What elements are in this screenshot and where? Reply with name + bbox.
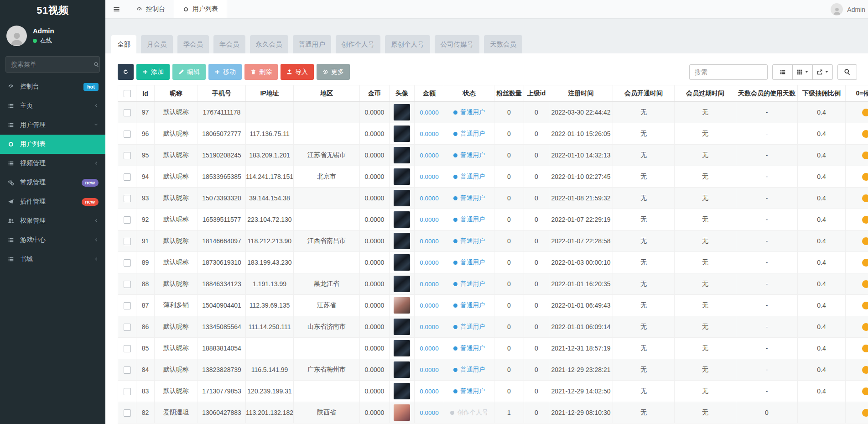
column-header[interactable]: 上级id bbox=[524, 85, 549, 102]
status-badge[interactable]: 普通用户 bbox=[453, 237, 485, 245]
row-checkbox[interactable] bbox=[124, 109, 131, 116]
row-checkbox[interactable] bbox=[124, 345, 131, 352]
row-checkbox[interactable] bbox=[124, 152, 131, 159]
user-avatar-image[interactable] bbox=[394, 211, 410, 228]
filter-tab-创作个人号[interactable]: 创作个人号 bbox=[336, 35, 381, 53]
filter-tab-普通用户[interactable]: 普通用户 bbox=[293, 35, 331, 53]
status-badge[interactable]: 普通用户 bbox=[453, 194, 485, 202]
amount-link[interactable]: 0.0000 bbox=[420, 409, 438, 416]
amount-link[interactable]: 0.0000 bbox=[420, 345, 438, 352]
user-avatar-image[interactable] bbox=[394, 104, 410, 120]
sidebar-item-视频管理[interactable]: 视频管理 bbox=[0, 154, 105, 173]
user-avatar-image[interactable] bbox=[394, 340, 410, 356]
row-checkbox[interactable] bbox=[124, 259, 131, 267]
amount-link[interactable]: 0.0000 bbox=[420, 302, 438, 309]
amount-link[interactable]: 0.0000 bbox=[420, 195, 438, 202]
search-button[interactable] bbox=[837, 64, 857, 80]
filter-tab-季会员[interactable]: 季会员 bbox=[177, 35, 209, 53]
status-badge[interactable]: 普通用户 bbox=[453, 108, 485, 116]
status-toggle[interactable] bbox=[862, 259, 868, 267]
status-toggle[interactable] bbox=[862, 130, 868, 138]
row-checkbox[interactable] bbox=[124, 131, 131, 138]
status-toggle[interactable] bbox=[862, 194, 868, 202]
row-checkbox[interactable] bbox=[124, 238, 131, 245]
status-toggle[interactable] bbox=[862, 216, 868, 224]
sidebar-item-控制台[interactable]: 控制台hot bbox=[0, 77, 105, 96]
move-button[interactable]: 移动 bbox=[208, 64, 242, 80]
amount-link[interactable]: 0.0000 bbox=[420, 388, 438, 395]
user-avatar-image[interactable] bbox=[394, 126, 410, 142]
amount-link[interactable]: 0.0000 bbox=[420, 366, 438, 373]
edit-button[interactable]: 编辑 bbox=[172, 64, 206, 80]
status-toggle[interactable] bbox=[862, 323, 868, 331]
column-header[interactable]: IP地址 bbox=[246, 85, 294, 102]
filter-tab-原创个人号[interactable]: 原创个人号 bbox=[385, 35, 430, 53]
status-toggle[interactable] bbox=[862, 173, 868, 181]
export-button[interactable] bbox=[812, 64, 833, 80]
row-checkbox[interactable] bbox=[124, 216, 131, 224]
row-checkbox[interactable] bbox=[124, 366, 131, 374]
amount-link[interactable]: 0.0000 bbox=[420, 152, 438, 159]
status-badge[interactable]: 普通用户 bbox=[453, 258, 485, 267]
user-avatar-image[interactable] bbox=[394, 190, 410, 206]
status-badge[interactable]: 普通用户 bbox=[453, 366, 485, 374]
filter-tab-永久会员[interactable]: 永久会员 bbox=[250, 35, 288, 53]
topbar-tab-控制台[interactable]: 控制台 bbox=[128, 0, 174, 18]
column-header[interactable]: 地区 bbox=[294, 85, 360, 102]
status-badge[interactable]: 普通用户 bbox=[453, 215, 485, 224]
status-badge[interactable]: 普通用户 bbox=[453, 173, 485, 181]
column-header[interactable]: 天数会员的使用天数 bbox=[736, 85, 798, 102]
add-button[interactable]: 添加 bbox=[136, 64, 170, 80]
column-header[interactable]: 下级抽佣比例 bbox=[798, 85, 846, 102]
topbar-user-menu[interactable]: Admin bbox=[831, 0, 865, 19]
status-toggle[interactable] bbox=[862, 409, 868, 417]
sidebar-item-插件管理[interactable]: 插件管理new bbox=[0, 192, 105, 211]
status-badge[interactable]: 普通用户 bbox=[453, 151, 485, 159]
sidebar-item-游戏中心[interactable]: 游戏中心 bbox=[0, 230, 105, 250]
user-avatar-image[interactable] bbox=[394, 276, 410, 292]
row-checkbox[interactable] bbox=[124, 388, 131, 395]
row-checkbox[interactable] bbox=[124, 302, 131, 309]
amount-link[interactable]: 0.0000 bbox=[420, 259, 438, 266]
delete-button[interactable]: 删除 bbox=[244, 64, 278, 80]
status-badge[interactable]: 普通用户 bbox=[453, 344, 485, 352]
refresh-button[interactable] bbox=[118, 64, 134, 80]
status-badge[interactable]: 普通用户 bbox=[453, 280, 485, 288]
column-header[interactable]: 会员过期时间 bbox=[675, 85, 736, 102]
status-toggle[interactable] bbox=[862, 387, 868, 395]
column-header[interactable]: 金额 bbox=[415, 85, 444, 102]
row-checkbox[interactable] bbox=[124, 173, 131, 181]
column-header[interactable]: 昵称 bbox=[155, 85, 198, 102]
filter-tab-年会员[interactable]: 年会员 bbox=[213, 35, 245, 53]
amount-link[interactable]: 0.0000 bbox=[420, 281, 438, 288]
column-header[interactable]: 头像 bbox=[390, 85, 415, 102]
column-header[interactable]: 状态 bbox=[444, 85, 494, 102]
column-header[interactable]: 金币 bbox=[360, 85, 390, 102]
sidebar-toggle-button[interactable] bbox=[105, 0, 128, 18]
sidebar-item-用户管理[interactable]: 用户管理 bbox=[0, 115, 105, 135]
user-avatar-image[interactable] bbox=[394, 147, 410, 163]
filter-tab-公司传媒号[interactable]: 公司传媒号 bbox=[435, 35, 480, 53]
status-toggle[interactable] bbox=[862, 280, 868, 288]
amount-link[interactable]: 0.0000 bbox=[420, 131, 438, 137]
sidebar-search-input[interactable] bbox=[11, 61, 94, 68]
user-avatar-image[interactable] bbox=[394, 319, 410, 335]
filter-tab-天数会员[interactable]: 天数会员 bbox=[484, 35, 522, 53]
select-all-checkbox[interactable] bbox=[124, 90, 131, 97]
status-badge[interactable]: 创作个人号 bbox=[450, 408, 489, 417]
column-header[interactable]: 粉丝数量 bbox=[494, 85, 524, 102]
sidebar-item-书城[interactable]: 书城 bbox=[0, 250, 105, 269]
row-checkbox[interactable] bbox=[124, 281, 131, 288]
table-search-input[interactable] bbox=[689, 64, 768, 80]
row-checkbox[interactable] bbox=[124, 409, 131, 417]
user-avatar-image[interactable] bbox=[394, 361, 410, 378]
status-toggle[interactable] bbox=[862, 302, 868, 309]
sidebar-item-用户列表[interactable]: 用户列表 bbox=[0, 135, 105, 154]
filter-tab-全部[interactable]: 全部 bbox=[111, 35, 136, 53]
import-button[interactable]: 导入 bbox=[281, 64, 314, 80]
user-avatar-image[interactable] bbox=[394, 297, 410, 314]
filter-tab-月会员[interactable]: 月会员 bbox=[141, 35, 173, 53]
sidebar-item-主页[interactable]: 主页 bbox=[0, 96, 105, 115]
user-avatar-image[interactable] bbox=[394, 383, 410, 399]
status-badge[interactable]: 普通用户 bbox=[453, 387, 485, 395]
